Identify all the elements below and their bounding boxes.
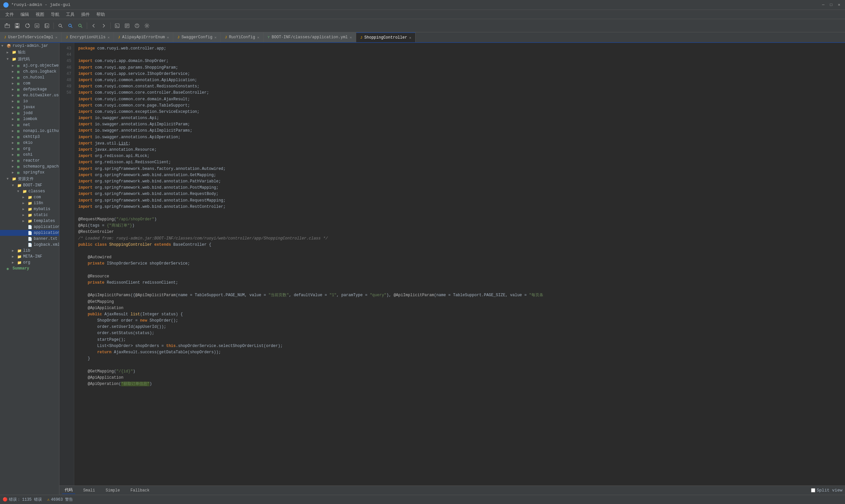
tree-arrow-bootinf: ▼ <box>12 184 17 187</box>
maximize-button[interactable]: □ <box>828 2 834 7</box>
tree-jodd[interactable]: ▶ ▦ jodd <box>0 110 59 116</box>
tab-close-alipay[interactable]: ✕ <box>167 35 169 40</box>
tree-output[interactable]: ▶ 📁 输出 <box>0 49 59 56</box>
tab-swagger[interactable]: J SwaggerConfig ✕ <box>173 32 221 42</box>
code-content[interactable]: package com.ruoyi.web.controller.app; im… <box>74 43 845 486</box>
bottom-bar: 🔴 错误： 1135 错误 ⚠ 46963 警告 <box>0 495 845 504</box>
open-button[interactable] <box>3 21 12 30</box>
tree-summary[interactable]: ▶ ◉ Summary <box>0 266 59 271</box>
editor-tab-code[interactable]: 代码 <box>62 487 75 494</box>
refresh-button[interactable] <box>22 21 32 30</box>
tab-ruoyi[interactable]: J RuoYiConfig ✕ <box>221 32 263 42</box>
search-text-button[interactable] <box>75 21 85 30</box>
tree-label-net: net <box>23 123 30 127</box>
tree-resources[interactable]: ▼ 📁 资源文件 <box>0 176 59 182</box>
tree-banner[interactable]: ▶ 📄 banner.txt <box>0 236 59 242</box>
tree-okhttp3[interactable]: ▶ ▦ okhttp3 <box>0 134 59 140</box>
smali-button[interactable] <box>122 21 132 30</box>
tab-close-ruoyi[interactable]: ✕ <box>257 35 260 40</box>
tree-icon-net: ▦ <box>17 123 22 127</box>
tree-oshi[interactable]: ▶ ▦ oshi <box>0 152 59 158</box>
tab-encryption[interactable]: J EncryptionUtils ✕ <box>62 32 114 42</box>
tree-icon-org: ▦ <box>17 147 22 151</box>
tree-arrow-oshi: ▶ <box>12 153 17 157</box>
search-button[interactable] <box>56 21 65 30</box>
editor-tab-simple[interactable]: Simple <box>103 487 122 493</box>
tree-nonapi[interactable]: ▶ ▦ nonapi.io.github. <box>0 128 59 134</box>
split-view-label[interactable]: Split view <box>816 488 842 493</box>
tree-bootinf[interactable]: ▼ 📁 BOOT-INF <box>0 182 59 188</box>
menu-plugins[interactable]: 插件 <box>78 11 92 18</box>
tree-mybatis[interactable]: ▶ 📁 mybatis <box>0 206 59 212</box>
tree-io[interactable]: ▶ ▦ io <box>0 98 59 104</box>
tree-classes[interactable]: ▼ 📁 classes <box>0 188 59 194</box>
svg-point-12 <box>69 24 71 27</box>
tree-springfox[interactable]: ▶ ▦ springfox <box>0 169 59 176</box>
tree-source[interactable]: ▼ 📁 源代码 <box>0 56 59 63</box>
tab-icon-encryption: J <box>66 35 68 39</box>
forward-button[interactable] <box>99 21 108 30</box>
tree-icon-schema: ▦ <box>17 165 22 169</box>
tree-app-yml[interactable]: ▶ 📄 application.y <box>0 230 59 236</box>
tab-close-swagger[interactable]: ✕ <box>214 35 216 40</box>
log-button[interactable] <box>133 21 142 30</box>
tree-schema[interactable]: ▶ ▦ schemaorg_apache_ <box>0 164 59 169</box>
menu-tools[interactable]: 工具 <box>64 11 77 18</box>
tab-alipay[interactable]: J AlipayApiErrorEnum ✕ <box>114 32 173 42</box>
tree-aj[interactable]: ▶ ▦ aj.org.objectweb. <box>0 63 59 69</box>
minimize-button[interactable]: — <box>821 2 826 7</box>
tree-i18n[interactable]: ▶ 📁 i18n <box>0 200 59 206</box>
tab-userinfo[interactable]: J UserInfoServiceImpl ✕ <box>0 32 62 42</box>
tree-org[interactable]: ▶ ▦ org <box>0 146 59 152</box>
tree-classes-com[interactable]: ▶ 📁 com <box>0 194 59 200</box>
export-all-button[interactable] <box>42 21 52 30</box>
tree-lib[interactable]: ▶ 📁 lib <box>0 248 59 254</box>
tab-close-appyml[interactable]: ✕ <box>350 35 352 40</box>
tab-close-userinfo[interactable]: ✕ <box>55 35 57 40</box>
tree-eu[interactable]: ▶ ▦ eu.bitwalker.user <box>0 92 59 98</box>
tree-static[interactable]: ▶ 📁 static <box>0 212 59 218</box>
tree-javax[interactable]: ▶ ▦ javax <box>0 104 59 110</box>
tab-close-shopping[interactable]: ✕ <box>409 36 411 40</box>
tab-appyml[interactable]: Y BOOT-INF/classes/application.yml ✕ <box>264 32 356 42</box>
tab-shopping[interactable]: J ShoppingController ✕ <box>356 32 416 42</box>
svg-line-11 <box>61 26 63 28</box>
tree-arrow-output: ▶ <box>6 51 12 54</box>
editor-tab-smali[interactable]: Smali <box>81 487 98 493</box>
tree-arrow-jodd: ▶ <box>12 111 17 115</box>
tree-com[interactable]: ▶ ▦ com <box>0 80 59 86</box>
tree-metainf[interactable]: ▶ 📁 META-INF <box>0 254 59 259</box>
tree-label-reactor: reactor <box>23 158 40 163</box>
menu-navigate[interactable]: 导航 <box>48 11 62 18</box>
close-button[interactable]: ✕ <box>837 2 842 7</box>
tree-okio[interactable]: ▶ ▦ okio <box>0 140 59 146</box>
menu-edit[interactable]: 编辑 <box>18 11 32 18</box>
settings-button[interactable] <box>142 21 152 30</box>
tree-cn[interactable]: ▶ ▦ cn.hutool <box>0 74 59 80</box>
tab-close-encryption[interactable]: ✕ <box>108 35 110 40</box>
tree-res-org[interactable]: ▶ 📁 org <box>0 259 59 266</box>
tree-root[interactable]: ▼ 📦 ruoyi-admin.jar <box>0 43 59 49</box>
tree-def[interactable]: ▶ ▦ defpackage <box>0 86 59 92</box>
tree-reactor[interactable]: ▶ ▦ reactor <box>0 158 59 164</box>
tab-label-appyml: BOOT-INF/classes/application.yml <box>272 35 348 40</box>
back-button[interactable] <box>89 21 99 30</box>
tree-templates[interactable]: ▶ 📁 templates <box>0 218 59 224</box>
decompile-button[interactable] <box>112 21 122 30</box>
toolbar <box>0 19 845 32</box>
tree-lombok[interactable]: ▶ ▦ lombok <box>0 116 59 122</box>
tree-logback[interactable]: ▶ 📄 logback.xml <box>0 242 59 248</box>
save-button[interactable] <box>13 21 22 30</box>
tree-app-dev[interactable]: ▶ 📄 application-d <box>0 224 59 230</box>
export-button[interactable] <box>32 21 41 30</box>
split-view-checkbox[interactable] <box>811 488 815 492</box>
tree-net[interactable]: ▶ ▦ net <box>0 122 59 128</box>
menu-view[interactable]: 视图 <box>33 11 47 18</box>
tree-icon-i18n: 📁 <box>28 201 33 205</box>
search-class-button[interactable] <box>66 21 75 30</box>
editor-tab-fallback[interactable]: Fallback <box>128 487 152 493</box>
menu-file[interactable]: 文件 <box>3 11 17 18</box>
tree-ch[interactable]: ▶ ▦ ch.qos.logback <box>0 69 59 74</box>
menu-help[interactable]: 帮助 <box>94 11 108 18</box>
code-area[interactable]: 43 44 45 46 47 48 49 50 package com.ruoy… <box>59 43 845 486</box>
